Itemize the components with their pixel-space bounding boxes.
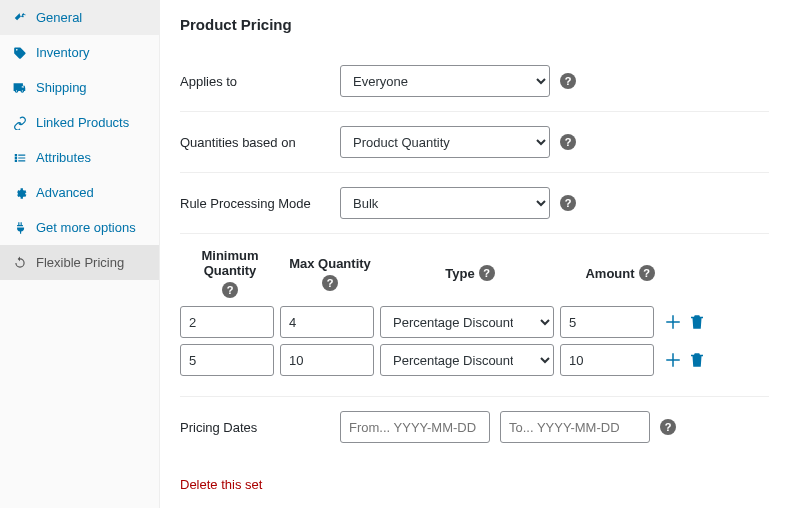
min-qty-input[interactable] xyxy=(180,306,274,338)
rule-row: Percentage Discount xyxy=(180,306,769,338)
col-type-header: Type xyxy=(445,266,474,281)
help-icon[interactable]: ? xyxy=(479,265,495,281)
sidebar-item-label: Shipping xyxy=(36,80,87,95)
sidebar-item-shipping[interactable]: Shipping xyxy=(0,70,159,105)
sidebar-item-label: Flexible Pricing xyxy=(36,255,124,270)
quantities-based-on-select[interactable]: Product Quantity xyxy=(340,126,550,158)
discount-type-select[interactable]: Percentage Discount xyxy=(380,344,554,376)
rule-mode-select[interactable]: Bulk xyxy=(340,187,550,219)
pricing-dates-label: Pricing Dates xyxy=(180,420,340,435)
sidebar-item-get-more-options[interactable]: Get more options xyxy=(0,210,159,245)
tag-icon xyxy=(12,46,28,60)
help-icon[interactable]: ? xyxy=(639,265,655,281)
delete-row-button[interactable] xyxy=(688,351,706,369)
wrench-icon xyxy=(12,11,28,25)
help-icon[interactable]: ? xyxy=(222,282,238,298)
date-from-input[interactable] xyxy=(340,411,490,443)
quantities-based-on-label: Quantities based on xyxy=(180,135,340,150)
delete-row-button[interactable] xyxy=(688,313,706,331)
sidebar-item-inventory[interactable]: Inventory xyxy=(0,35,159,70)
col-min-header: Minimum Quantity xyxy=(180,248,280,278)
applies-to-select[interactable]: Everyone xyxy=(340,65,550,97)
max-qty-input[interactable] xyxy=(280,306,374,338)
gear-icon xyxy=(12,186,28,200)
help-icon[interactable]: ? xyxy=(560,134,576,150)
amount-input[interactable] xyxy=(560,306,654,338)
section-title: Product Pricing xyxy=(180,16,769,33)
sidebar-item-label: Linked Products xyxy=(36,115,129,130)
delete-set-link[interactable]: Delete this set xyxy=(180,477,262,492)
product-data-sidebar: General Inventory Shipping Linked Produc… xyxy=(0,0,160,508)
link-icon xyxy=(12,116,28,130)
sidebar-item-advanced[interactable]: Advanced xyxy=(0,175,159,210)
add-row-button[interactable] xyxy=(664,313,682,331)
sidebar-item-label: Advanced xyxy=(36,185,94,200)
sidebar-item-flexible-pricing[interactable]: Flexible Pricing xyxy=(0,245,159,280)
max-qty-input[interactable] xyxy=(280,344,374,376)
sidebar-item-label: Inventory xyxy=(36,45,89,60)
help-icon[interactable]: ? xyxy=(322,275,338,291)
list-icon xyxy=(12,151,28,165)
col-max-header: Max Quantity xyxy=(289,256,371,271)
discount-type-select[interactable]: Percentage Discount xyxy=(380,306,554,338)
rule-mode-label: Rule Processing Mode xyxy=(180,196,340,211)
sidebar-item-linked-products[interactable]: Linked Products xyxy=(0,105,159,140)
applies-to-label: Applies to xyxy=(180,74,340,89)
amount-input[interactable] xyxy=(560,344,654,376)
rules-table: Minimum Quantity ? Max Quantity ? Type ?… xyxy=(180,248,769,397)
add-row-button[interactable] xyxy=(664,351,682,369)
help-icon[interactable]: ? xyxy=(560,195,576,211)
help-icon[interactable]: ? xyxy=(660,419,676,435)
refresh-icon xyxy=(12,256,28,270)
plug-icon xyxy=(12,221,28,235)
min-qty-input[interactable] xyxy=(180,344,274,376)
col-amount-header: Amount xyxy=(585,266,634,281)
sidebar-item-label: Attributes xyxy=(36,150,91,165)
sidebar-item-label: Get more options xyxy=(36,220,136,235)
sidebar-item-label: General xyxy=(36,10,82,25)
sidebar-item-general[interactable]: General xyxy=(0,0,159,35)
sidebar-item-attributes[interactable]: Attributes xyxy=(0,140,159,175)
help-icon[interactable]: ? xyxy=(560,73,576,89)
rule-row: Percentage Discount xyxy=(180,344,769,376)
truck-icon xyxy=(12,81,28,95)
date-to-input[interactable] xyxy=(500,411,650,443)
main-panel: Product Pricing Applies to Everyone ? Qu… xyxy=(160,0,789,508)
